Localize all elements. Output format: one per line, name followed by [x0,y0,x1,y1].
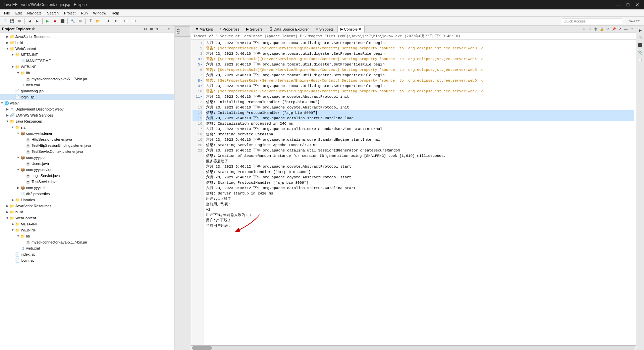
tree-meta-inf-2[interactable]: ▶ 📁 META-INF [0,221,174,227]
collapse-console-button[interactable]: — [623,27,629,32]
tree-mysql-jar-2[interactable]: ▶ ☕ mysql-connector-java-5.1.7-bin.jar [0,239,174,245]
tree-deployment-descriptor[interactable]: ▶ ⚙ Deployment Descriptor: web7 [0,106,174,112]
view-menu-button[interactable]: ▼ [155,27,160,32]
rs-icon-2[interactable]: ⊞ [637,34,644,41]
clean-button[interactable]: 🔧 [69,18,76,25]
tree-meta-inf-1[interactable]: ▼ 📁 META-INF [0,52,174,58]
tree-com-yyy-util[interactable]: ▶ 📦 com.yyy.util [0,185,174,191]
pin-console-button[interactable]: 📌 [611,27,616,32]
word-wrap-button[interactable]: ↵ [605,27,610,32]
console-scrollbar[interactable] [191,345,636,350]
tree-testservlet[interactable]: ▶ ☕ TestServlet.java [0,179,174,185]
tree-web-xml-2[interactable]: ▶ 🗒 web.xml [0,245,174,251]
back-button[interactable]: ◀ [26,18,33,25]
tree-lib-2[interactable]: ▼ 📁 lib [0,233,174,239]
collapse-all-button[interactable]: ⊟ [143,27,148,32]
console-line-3: 六月 23, 2023 9:46:10 下午 org.apache.tomcat… [206,51,634,56]
menu-run[interactable]: Run [78,10,90,16]
rs-icon-5[interactable]: ⊟ [637,56,644,63]
last-edit-fwd-button[interactable]: ⟶ [130,18,137,25]
tree-web-inf-1[interactable]: ▼ 📁 WEB-INF [0,64,174,70]
tree-java-resources[interactable]: ▼ 📁 Java Resources [0,118,174,124]
tree-testhttpsessionbinding[interactable]: ▶ ☕ TestHttpSessionBindingListener.java [0,142,174,148]
tree-users-java[interactable]: ▶ ☕ Users.java [0,161,174,167]
link-editor-button[interactable]: ⊞ [149,27,154,32]
run-button[interactable]: ■ [52,18,58,25]
menu-search[interactable]: Search [44,10,61,16]
minimize-button[interactable]: — [614,1,623,8]
menu-file[interactable]: File [1,10,13,16]
tree-js-resources-1[interactable]: ▶ 📁 JavaScript Resources [0,34,174,40]
tree-manifest[interactable]: ▶ 📄 MANIFEST.MF [0,58,174,64]
tree-mysql-jar-1[interactable]: ▶ ☕ mysql-connector-java-5.1.7-bin.jar [0,76,174,82]
rs-icon-1[interactable]: ▶ [637,27,644,34]
close-button[interactable]: ✕ [633,1,641,8]
console-close[interactable]: ✕ [359,27,362,31]
perspective-button[interactable]: ⊞ [77,18,84,25]
tab-snippets[interactable]: ✂ Snippets [313,26,337,33]
save-all-button[interactable]: ⊞ [16,18,23,25]
tree-testservletcontext[interactable]: ▶ ☕ TestServletContextListener.java [0,148,174,155]
open-resource-button[interactable]: 📂 [95,18,101,25]
prev-annotation-button[interactable]: ⬆ [112,18,119,25]
rs-icon-4[interactable]: 📎 [637,49,644,56]
scroll-lock-button[interactable]: 🔒 [599,27,604,32]
tab-console[interactable]: ▶ Console ✕ [337,26,365,33]
save-button[interactable]: 💾 [9,18,15,25]
menu-navigate[interactable]: Navigate [24,10,44,16]
menu-project[interactable]: Project [61,10,78,16]
menu-edit[interactable]: Edit [13,10,24,16]
new-button[interactable]: 📄 [1,18,8,25]
tree-js-resources-2[interactable]: ▶ 📁 JavaScript Resources [0,203,174,209]
clear-console-button[interactable]: 🗑 [593,27,598,32]
tree-com-yyy-servlet[interactable]: ▼ 📦 com.yyy.servlet [0,167,174,173]
tab-markers[interactable]: ⚑ Markers [193,26,216,33]
tab-data-source[interactable]: 🗄 Data Source Explorer [266,26,312,33]
perspective-java-ee[interactable]: Java EE [626,18,643,25]
tree-web-xml-1[interactable]: ▶ 🗒 web.xml [0,82,174,88]
tree-login-jsp-1[interactable]: ▶ 📄 login.jsp [0,94,174,100]
tree-com-yyy-listener[interactable]: ▼ 📦 com.yyy.listener [0,130,174,136]
tree-libraries[interactable]: ▶ 📁 Libraries [0,197,174,203]
tree-src[interactable]: ▼ 📁 src [0,124,174,130]
remove-launch-button[interactable]: ✕ [587,27,592,32]
stop-button[interactable]: ⬛ [59,18,66,25]
tree-guanwang[interactable]: ▶ 📄 guanwang.jsp [0,88,174,94]
console-line-34: 用户:y1下线了 [206,218,634,223]
maximize-console-button[interactable]: □ [629,27,635,32]
tree-lib-1[interactable]: ▼ 📁 lib [0,70,174,76]
tree-login-jsp-2[interactable]: ▶ 📄 login.jsp [0,257,174,263]
maximize-button[interactable]: □ [624,1,632,8]
console-line-8: 警告: [SetPropertiesRule]{Server/Service/E… [206,78,634,83]
tree-build-1[interactable]: ▶ 📁 build [0,40,174,46]
tree-webcontent-2[interactable]: ▼ 📁 WebContent [0,215,174,221]
forward-button[interactable]: ▶ [34,18,41,25]
stop-console-button[interactable]: ■ [581,27,586,32]
rs-icon-3[interactable]: ⬛ [637,42,644,48]
open-type-button[interactable]: T [87,18,94,25]
tree-build-2[interactable]: ▶ 📁 build [0,209,174,215]
menu-window[interactable]: Window [90,10,109,16]
tree-loginservlet[interactable]: ▶ ☕ LoginServlet.java [0,173,174,179]
last-edit-button[interactable]: ⟵ [123,18,129,25]
tree-db2-properties[interactable]: ▶ 📄 db2.properties [0,191,174,197]
hscroll-thumb[interactable] [192,346,212,350]
tree-com-yyy-po[interactable]: ▼ 📦 com.yyy.po [0,155,174,161]
tab-properties[interactable]: ≡ Properties [217,26,243,33]
minimize-panel-button[interactable]: — [161,27,166,32]
debug-button[interactable]: ▶ [44,18,51,25]
console-content[interactable]: 1 2 3 4• 5• 6 7 8• 9• 10 11• 12 13 14 [191,40,636,345]
tree-web-inf-2[interactable]: ▼ 📁 WEB-INF [0,227,174,233]
tab-servers[interactable]: ▶ Servers [243,26,266,33]
tree-jax-ws[interactable]: ▶ 🔗 JAX-WS Web Services [0,112,174,118]
console-line-11: 六月 23, 2023 9:46:10 下午 org.apache.coyote… [206,94,634,99]
test-tab[interactable]: Tes [175,26,190,37]
tree-web7-project[interactable]: ▼ 🌐 web7 [0,100,174,106]
tree-httpsessionlistener[interactable]: ▶ ☕ HttpSessionListener.java [0,136,174,142]
tree-webcontent-1[interactable]: ▼ 📁 WebContent [0,46,174,52]
open-console-button[interactable]: ↗ [617,27,623,32]
next-annotation-button[interactable]: ⬇ [105,18,112,25]
tree-index-jsp[interactable]: ▶ 📄 index.jsp [0,251,174,257]
menu-help[interactable]: Help [109,10,122,16]
maximize-panel-button[interactable]: □ [167,27,172,32]
